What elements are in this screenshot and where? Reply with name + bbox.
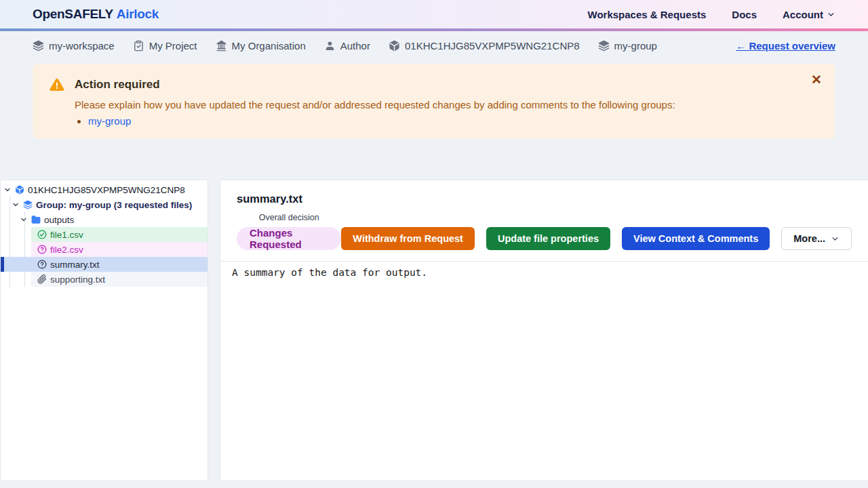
top-navigation: Workspaces & Requests Docs Account (588, 9, 835, 20)
overall-decision: Overall decision Changes Requested (237, 213, 341, 250)
close-icon[interactable]: ✕ (807, 69, 826, 90)
app-logo[interactable]: OpenSAFELYAirlock (33, 7, 159, 22)
tree-file-label: supporting.txt (50, 274, 105, 285)
file-content-text: A summary of the data for output. (220, 262, 868, 283)
help-circle-icon (37, 245, 47, 254)
file-action-buttons: Withdraw from Request Update file proper… (341, 227, 852, 250)
tree-node-label: outputs (44, 215, 74, 225)
tree-guide-line (9, 197, 10, 287)
tree-file-label: file2.csv (50, 245, 83, 255)
update-file-properties-button[interactable]: Update file properties (486, 227, 610, 250)
meta-request-id: 01KHC1HJG85VXPMP5WNG21CNP8 (389, 40, 580, 52)
logo-opensafely: OpenSAFELY (33, 7, 113, 21)
alert-message: Please explain how you have updated the … (75, 99, 819, 110)
chevron-down-icon (3, 186, 12, 194)
decision-value-badge: Changes Requested (237, 227, 341, 250)
chevron-down-icon (827, 10, 835, 19)
tree-node-outputs-folder[interactable]: outputs (1, 212, 208, 227)
tree-node-label: 01KHC1HJG85VXPMP5WNG21CNP8 (28, 185, 185, 195)
chevron-down-icon (12, 201, 20, 209)
meta-project: My Project (133, 40, 197, 52)
view-context-comments-button[interactable]: View Context & Comments (622, 227, 770, 250)
tree-node-request-id[interactable]: 01KHC1HJG85VXPMP5WNG21CNP8 (1, 182, 208, 197)
file-tree-panel: 01KHC1HJG85VXPMP5WNG21CNP8 Group: my-gro… (0, 180, 208, 481)
top-navbar: OpenSAFELYAirlock Workspaces & Requests … (0, 0, 868, 31)
clipboard-check-icon (133, 40, 144, 52)
tree-node-label: Group: my-group (3 requested files) (36, 200, 192, 210)
folder-icon (31, 215, 41, 224)
header-accent-bar (0, 28, 868, 31)
nav-account-menu[interactable]: Account (783, 9, 835, 20)
decision-label: Overall decision (259, 213, 319, 222)
tree-file-summary-selected[interactable]: summary.txt (1, 257, 208, 272)
file-title: summary.txt (237, 192, 852, 205)
meta-author: Author (324, 40, 370, 52)
paperclip-icon (37, 274, 47, 284)
tree-file-file1[interactable]: file1.csv (31, 227, 208, 242)
request-metadata: my-workspace My Project My Organisation … (33, 40, 835, 52)
tree-file-file2[interactable]: file2.csv (31, 242, 208, 257)
logo-airlock: Airlock (117, 7, 159, 21)
more-menu-button[interactable]: More... (781, 227, 852, 250)
file-view-panel: summary.txt Overall decision Changes Req… (220, 180, 868, 481)
user-icon (324, 40, 336, 52)
layers-icon (33, 40, 44, 52)
file-view-header: summary.txt Overall decision Changes Req… (220, 180, 868, 262)
chevron-down-icon (20, 216, 28, 224)
tree-file-label: summary.txt (50, 260, 100, 270)
tree-file-supporting[interactable]: supporting.txt (31, 272, 208, 287)
nav-docs[interactable]: Docs (732, 9, 757, 20)
help-circle-icon (37, 260, 47, 269)
tree-guide-line (24, 212, 25, 287)
meta-workspace: my-workspace (33, 40, 115, 52)
cube-icon (15, 185, 24, 195)
warning-triangle-icon (49, 77, 65, 93)
check-circle-icon (37, 230, 47, 239)
nav-workspaces-requests[interactable]: Workspaces & Requests (588, 9, 707, 20)
file-content-area: A summary of the data for output. (220, 262, 868, 283)
meta-group: my-group (598, 40, 657, 52)
meta-organisation: My Organisation (216, 40, 306, 52)
layers-icon (598, 40, 610, 52)
tree-file-label: file1.csv (50, 230, 83, 240)
bank-icon (216, 40, 227, 52)
action-required-alert: Action required Please explain how you h… (33, 64, 835, 139)
tree-node-group[interactable]: Group: my-group (3 requested files) (1, 197, 208, 212)
layers-icon (23, 200, 33, 209)
withdraw-from-request-button[interactable]: Withdraw from Request (341, 227, 475, 250)
request-overview-link[interactable]: ← Request overview (736, 40, 835, 52)
list-item: my-group (88, 115, 819, 127)
alert-group-link[interactable]: my-group (88, 115, 131, 127)
alert-group-list: my-group (75, 115, 819, 127)
cube-icon (389, 40, 400, 52)
chevron-down-icon (831, 235, 840, 243)
alert-title: Action required (75, 78, 160, 92)
